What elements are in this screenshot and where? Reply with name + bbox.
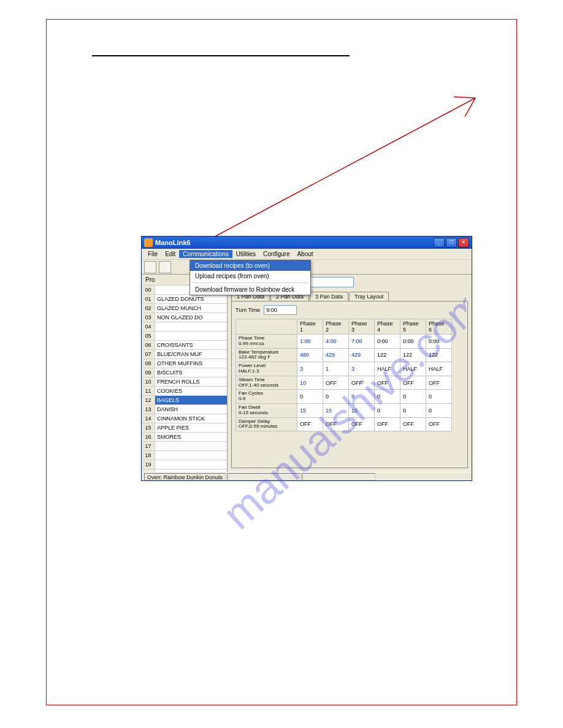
menu-configure[interactable]: Configure (259, 250, 293, 258)
recipe-name-cell[interactable] (155, 332, 227, 340)
phase-cell[interactable]: 429 (349, 348, 375, 362)
phase-cell[interactable]: OFF (375, 417, 400, 431)
phase-cell[interactable]: 0:00 (426, 335, 452, 349)
phase-cell[interactable]: 3 (349, 362, 375, 376)
recipe-row[interactable]: 12BAGELS (142, 396, 227, 405)
recipe-row[interactable]: 20 (142, 469, 227, 472)
phase-cell[interactable]: OFF (349, 417, 375, 431)
phase-cell[interactable]: OFF (297, 417, 323, 431)
phase-cell[interactable]: 15 (349, 403, 375, 417)
phase-cell[interactable]: 122 (375, 348, 400, 362)
recipe-name-cell[interactable]: BLUE/CRAN MUF (155, 350, 227, 358)
phase-cell[interactable]: OFF (400, 376, 426, 390)
phase-cell[interactable]: 0 (297, 390, 323, 404)
phase-cell[interactable]: 0 (323, 390, 349, 404)
recipe-row[interactable]: 09BISCUITS (142, 368, 227, 377)
phase-cell[interactable]: 0 (400, 390, 426, 404)
recipe-row[interactable]: 08OTHER MUFFINS (142, 359, 227, 368)
phase-cell[interactable]: 1:00 (297, 335, 323, 349)
recipe-row[interactable]: 11COOKIES (142, 387, 227, 396)
recipe-row[interactable]: 01GLAZED DONUTS (142, 295, 227, 304)
recipe-row[interactable]: 05 (142, 332, 227, 341)
recipe-row[interactable]: 19 (142, 460, 227, 469)
phase-cell[interactable]: HALF (426, 362, 452, 376)
recipe-name-cell[interactable]: OTHER MUFFINS (155, 359, 227, 368)
recipe-name-cell[interactable]: CROISSANTS (155, 341, 227, 349)
recipe-row[interactable]: 03NON GLAZED DO (142, 313, 227, 322)
menu-communications[interactable]: Communications (179, 250, 232, 258)
phase-cell[interactable]: 0 (400, 403, 426, 417)
phase-cell[interactable]: 0 (426, 390, 452, 404)
toolbar-button-new[interactable] (144, 261, 156, 273)
phase-cell[interactable]: 480 (297, 348, 323, 362)
recipe-row[interactable]: 02GLAZED MUNCH (142, 304, 227, 313)
phase-cell[interactable]: 3 (297, 362, 323, 376)
phase-cell[interactable]: 10 (297, 376, 323, 390)
recipe-name-cell[interactable] (155, 460, 227, 469)
recipe-name-cell[interactable] (155, 451, 227, 460)
recipe-name-cell[interactable]: BAGELS (155, 396, 227, 404)
recipe-row[interactable]: 16SMORES (142, 433, 227, 442)
menu-utilities[interactable]: Utilities (232, 250, 259, 258)
phase-cell[interactable]: OFF (426, 417, 452, 431)
menu-about[interactable]: About (293, 250, 316, 258)
phase-cell[interactable]: 0 (426, 403, 452, 417)
dropdown-upload-recipes[interactable]: Upload recipes (from oven) (190, 271, 310, 281)
phase-cell[interactable]: 122 (426, 348, 452, 362)
phase-cell[interactable]: OFF (375, 376, 400, 390)
phase-cell[interactable]: HALF (375, 362, 400, 376)
maximize-button[interactable]: □ (446, 238, 457, 248)
titlebar[interactable]: ManoLink6 _ □ × (142, 237, 472, 249)
recipe-name-cell[interactable]: COOKIES (155, 387, 227, 395)
recipe-name-cell[interactable] (155, 322, 227, 331)
menu-file[interactable]: File (144, 250, 161, 258)
minimize-button[interactable]: _ (434, 238, 445, 248)
recipe-name-cell[interactable] (155, 469, 227, 472)
recipe-row[interactable]: 14CINNAMON STICK (142, 414, 227, 423)
recipe-row[interactable]: 13DANISH (142, 405, 227, 414)
recipe-row[interactable]: 17 (142, 442, 227, 451)
phase-cell[interactable]: HALF (400, 362, 426, 376)
tab-tray-layout[interactable]: Tray Layout (349, 292, 389, 301)
recipe-name-cell[interactable]: APPLE PIES (155, 423, 227, 432)
recipe-name-cell[interactable]: BISCUITS (155, 368, 227, 377)
dropdown-download-recipes[interactable]: Download recipes (to oven) (190, 260, 310, 271)
recipe-row[interactable]: 18 (142, 451, 227, 460)
phase-cell[interactable]: 0:00 (400, 335, 426, 349)
recipe-list[interactable]: 0001GLAZED DONUTS02GLAZED MUNCH03NON GLA… (142, 286, 227, 472)
phase-cell[interactable]: 4:00 (323, 335, 349, 349)
recipe-name-cell[interactable]: FRENCH ROLLS (155, 377, 227, 386)
tab-3-pan-data[interactable]: 3 Pan Data (310, 292, 348, 301)
menu-edit[interactable]: Edit (161, 250, 179, 258)
recipe-name-cell[interactable] (155, 442, 227, 450)
recipe-row[interactable]: 15APPLE PIES (142, 423, 227, 433)
phase-cell[interactable]: OFF (323, 417, 349, 431)
dropdown-download-firmware[interactable]: Download firmware to Rainbow deck (190, 284, 310, 295)
phase-cell[interactable]: 0:00 (375, 335, 400, 349)
phase-cell[interactable]: OFF (400, 417, 426, 431)
toolbar-button-open[interactable] (159, 261, 171, 273)
recipe-name-cell[interactable]: GLAZED MUNCH (155, 304, 227, 313)
phase-cell[interactable]: 7:00 (349, 335, 375, 349)
phase-cell[interactable]: OFF (323, 376, 349, 390)
close-button[interactable]: × (458, 238, 469, 248)
recipe-name-cell[interactable]: NON GLAZED DO (155, 313, 227, 322)
recipe-name-cell[interactable]: SMORES (155, 433, 227, 441)
phase-cell[interactable]: 429 (323, 348, 349, 362)
phase-cell[interactable]: 9 (349, 390, 375, 404)
recipe-name-cell[interactable]: CINNAMON STICK (155, 414, 227, 423)
phase-cell[interactable]: 15 (297, 403, 323, 417)
phase-cell[interactable]: 122 (400, 348, 426, 362)
phase-cell[interactable]: 0 (375, 403, 400, 417)
phase-cell[interactable]: OFF (426, 376, 452, 390)
recipe-row[interactable]: 06CROISSANTS (142, 341, 227, 350)
recipe-name-cell[interactable]: DANISH (155, 405, 227, 414)
recipe-row[interactable]: 04 (142, 322, 227, 332)
phase-cell[interactable]: 15 (323, 403, 349, 417)
phase-cell[interactable]: 0 (375, 390, 400, 404)
phase-cell[interactable]: 1 (323, 362, 349, 376)
recipe-row[interactable]: 07BLUE/CRAN MUF (142, 350, 227, 359)
turn-time-input[interactable] (264, 305, 297, 315)
recipe-name-cell[interactable]: GLAZED DONUTS (155, 295, 227, 303)
phase-cell[interactable]: OFF (349, 376, 375, 390)
